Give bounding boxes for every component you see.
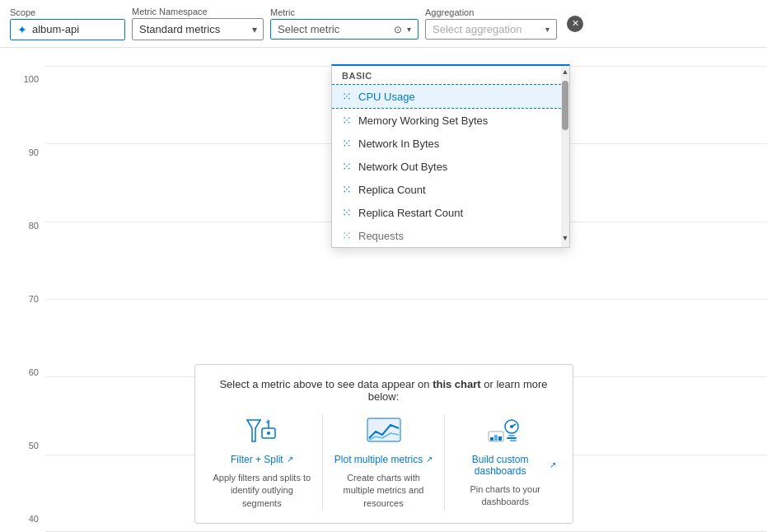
dropdown-item-network-in[interactable]: ⁙ Network In Bytes (332, 132, 561, 155)
dashboards-desc: Pin charts to your dashboards (455, 483, 556, 509)
metric-icon: ⁙ (342, 90, 352, 103)
dashboards-icon (484, 414, 526, 447)
info-item-dashboards[interactable]: Build custom dashboards ↗ Pin charts to … (455, 414, 556, 510)
y-label-70: 70 (0, 294, 45, 304)
info-card-title: Select a metric above to see data appear… (212, 378, 556, 403)
info-card-area: Select a metric above to see data appear… (0, 364, 767, 532)
svg-rect-10 (507, 437, 517, 439)
metric-icon: ⁙ (342, 137, 352, 150)
svg-rect-14 (494, 435, 498, 441)
scope-label: Scope (10, 7, 125, 17)
dashboards-label: Build custom dashboards (455, 454, 546, 477)
metric-field[interactable]: Select metric ⊙ ▾ (270, 19, 419, 40)
plot-metrics-label: Plot multiple metrics (334, 454, 423, 465)
dropdown-item-replica-count[interactable]: ⁙ Replica Count (332, 178, 561, 201)
svg-point-3 (267, 432, 270, 435)
metric-placeholder: Select metric (278, 23, 389, 35)
dropdown-item-cpu-usage[interactable]: ⁙ CPU Usage (332, 84, 561, 109)
y-label-80: 80 (0, 221, 45, 231)
svg-rect-11 (510, 440, 517, 441)
metric-icon: ⁙ (342, 183, 352, 196)
scope-input[interactable] (32, 23, 115, 35)
dropdown-item-network-out[interactable]: ⁙ Network Out Bytes (332, 155, 561, 178)
scope-icon: ✦ (17, 23, 27, 36)
metric-namespace-select[interactable]: Standard metrics (132, 18, 264, 40)
aggregation-field[interactable]: Select aggregation ▾ (425, 19, 557, 40)
external-link-icon: ↗ (287, 455, 293, 464)
metric-namespace-label: Metric Namespace (132, 7, 264, 16)
info-item-plot-metrics[interactable]: Plot multiple metrics ↗ Create charts wi… (333, 414, 434, 510)
metric-chevron-down-icon: ▾ (407, 25, 411, 34)
divider-1 (322, 414, 323, 510)
item-label-cpu-usage: CPU Usage (358, 91, 415, 103)
dropdown-scrollbar[interactable]: ▲ ▼ (561, 66, 569, 247)
metric-icon: ⁙ (342, 206, 352, 219)
item-label-replica-restart: Replica Restart Count (358, 207, 463, 219)
scroll-up-arrow[interactable]: ▲ (560, 66, 571, 77)
plot-metrics-link[interactable]: Plot multiple metrics ↗ (334, 454, 433, 465)
info-card: Select a metric above to see data appear… (194, 364, 573, 524)
item-label-requests: Requests (358, 230, 404, 242)
y-label-100: 100 (0, 74, 45, 84)
info-items: + Filter + Split ↗ Apply filters and spl… (212, 414, 556, 510)
grid-line-4 (45, 299, 767, 300)
y-label-90: 90 (0, 147, 45, 157)
filter-split-desc: Apply filters and splits to identify out… (212, 472, 313, 510)
plot-metrics-desc: Create charts with multiple metrics and … (333, 472, 434, 510)
metric-label: Metric (270, 7, 419, 17)
svg-rect-13 (490, 437, 493, 441)
scroll-down-arrow[interactable]: ▼ (560, 232, 571, 244)
metric-icon: ⁙ (342, 114, 352, 127)
dropdown-item-memory[interactable]: ⁙ Memory Working Set Bytes (332, 109, 561, 132)
external-link-icon-3: ↗ (550, 460, 556, 469)
filter-split-link[interactable]: Filter + Split ↗ (231, 454, 293, 465)
aggregation-placeholder: Select aggregation (433, 23, 540, 35)
main-container: Scope ✦ Metric Namespace Standard metric… (0, 0, 767, 532)
aggregation-group: Aggregation Select aggregation ▾ (425, 7, 557, 40)
search-icon: ⊙ (394, 24, 402, 35)
scope-input-wrap[interactable]: ✦ (10, 19, 125, 40)
dropdown-section-label: BASIC (332, 66, 561, 84)
item-label-replica-count: Replica Count (358, 184, 426, 196)
close-button[interactable]: ✕ (567, 16, 583, 32)
dashboards-link[interactable]: Build custom dashboards ↗ (455, 454, 556, 477)
scope-group: Scope ✦ (10, 7, 125, 40)
plot-metrics-icon (363, 414, 405, 447)
metric-group: Metric Select metric ⊙ ▾ (270, 7, 419, 40)
item-label-memory: Memory Working Set Bytes (358, 114, 488, 127)
metric-namespace-wrapper[interactable]: Standard metrics (132, 18, 264, 40)
divider-2 (444, 414, 445, 510)
metric-dropdown: BASIC ⁙ CPU Usage ⁙ Memory Working Set B… (331, 64, 570, 248)
svg-text:+: + (265, 418, 270, 427)
filter-split-icon: + (241, 414, 283, 447)
dropdown-item-requests[interactable]: ⁙ Requests (332, 224, 561, 247)
metric-icon: ⁙ (342, 229, 352, 242)
aggregation-label: Aggregation (425, 7, 557, 17)
filter-split-label: Filter + Split (231, 454, 283, 465)
metric-namespace-group: Metric Namespace Standard metrics (132, 7, 264, 40)
svg-marker-0 (247, 420, 260, 441)
scrollbar-thumb[interactable] (562, 81, 568, 130)
filter-bar: Scope ✦ Metric Namespace Standard metric… (0, 0, 767, 48)
item-label-network-in: Network In Bytes (358, 138, 439, 150)
aggregation-chevron-down-icon: ▾ (545, 25, 550, 34)
item-label-network-out: Network Out Bytes (358, 161, 447, 173)
svg-rect-15 (498, 436, 502, 441)
dropdown-item-replica-restart[interactable]: ⁙ Replica Restart Count (332, 201, 561, 224)
svg-rect-9 (508, 435, 515, 436)
info-item-filter-split[interactable]: + Filter + Split ↗ Apply filters and spl… (212, 414, 313, 510)
metric-icon: ⁙ (342, 160, 352, 173)
external-link-icon-2: ↗ (426, 455, 433, 464)
